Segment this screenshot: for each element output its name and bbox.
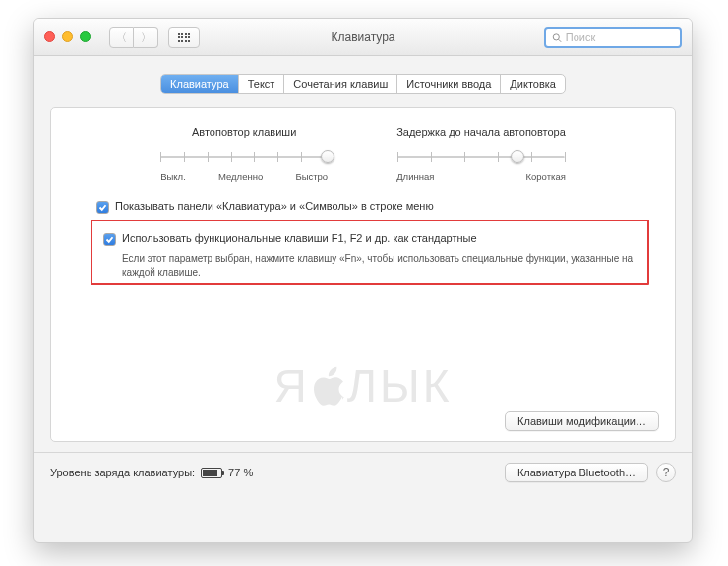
show-all-button[interactable]	[168, 27, 200, 48]
nav-buttons: 〈 〉	[109, 27, 158, 48]
delay-block: Задержка до начала автоповтора Длинная К…	[396, 126, 566, 182]
tab-dictation[interactable]: Диктовка	[501, 75, 565, 93]
modifier-keys-button[interactable]: Клавиши модификации…	[505, 411, 659, 431]
delay-title: Задержка до начала автоповтора	[396, 126, 566, 138]
fn-keys-label: Использовать функциональные клавиши F1, …	[122, 232, 477, 244]
delay-slider[interactable]	[397, 148, 565, 167]
battery-percent: 77 %	[228, 467, 253, 478]
tab-shortcuts[interactable]: Сочетания клавиш	[284, 75, 397, 93]
show-panels-checkbox-row: Показывать панели «Клавиатура» и «Символ…	[96, 200, 659, 214]
fn-keys-checkbox-row: Использовать функциональные клавиши F1, …	[103, 232, 642, 246]
fn-keys-checkbox[interactable]	[103, 233, 116, 246]
help-button[interactable]: ?	[656, 463, 676, 482]
footer: Уровень заряда клавиатуры: 77 % Клавиату…	[48, 453, 678, 482]
battery-label: Уровень заряда клавиатуры:	[50, 467, 195, 478]
checkmark-icon	[105, 235, 114, 244]
titlebar: 〈 〉 Клавиатура	[34, 19, 692, 56]
chevron-right-icon: 〉	[141, 31, 152, 45]
tab-text[interactable]: Текст	[239, 75, 285, 93]
highlight-annotation: Использовать функциональные клавиши F1, …	[91, 220, 649, 285]
back-button[interactable]: 〈	[109, 27, 134, 48]
grid-icon	[178, 33, 191, 42]
watermark: Я ЛЫК	[274, 359, 453, 412]
bluetooth-keyboard-button[interactable]: Клавиатура Bluetooth…	[505, 463, 648, 482]
apple-icon	[309, 362, 348, 409]
window-title: Клавиатура	[332, 31, 395, 44]
svg-point-0	[553, 33, 559, 39]
fn-keys-desc: Если этот параметр выбран, нажмите клави…	[122, 252, 642, 279]
chevron-left-icon: 〈	[116, 31, 127, 45]
sliders-row: Автоповтор клавиши Выкл. Медленно Быстро…	[67, 126, 659, 182]
show-panels-checkbox[interactable]	[96, 201, 109, 214]
tab-bar: Клавиатура Текст Сочетания клавиш Источн…	[160, 74, 566, 94]
tabs: Клавиатура Текст Сочетания клавиш Источн…	[48, 74, 678, 94]
close-button[interactable]	[44, 31, 55, 42]
key-repeat-labels: Выкл. Медленно Быстро	[160, 171, 328, 182]
forward-button[interactable]: 〉	[134, 27, 158, 48]
svg-line-1	[559, 39, 561, 41]
traffic-lights	[44, 31, 91, 42]
content-area: Клавиатура Текст Сочетания клавиш Источн…	[34, 56, 692, 542]
battery-status: Уровень заряда клавиатуры: 77 %	[50, 467, 253, 478]
battery-icon	[201, 468, 222, 478]
search-input[interactable]	[566, 31, 674, 43]
minimize-button[interactable]	[62, 31, 73, 42]
key-repeat-block: Автоповтор клавиши Выкл. Медленно Быстро	[160, 126, 328, 182]
tab-keyboard[interactable]: Клавиатура	[161, 75, 239, 93]
key-repeat-title: Автоповтор клавиши	[160, 126, 328, 138]
search-field[interactable]	[544, 27, 682, 48]
checkmark-icon	[98, 203, 107, 212]
key-repeat-slider[interactable]	[160, 148, 328, 167]
tab-input-sources[interactable]: Источники ввода	[397, 75, 501, 93]
preferences-window: 〈 〉 Клавиатура Клавиатура Текст Сочетани…	[33, 18, 693, 543]
settings-panel: Я ЛЫК Автоповтор клавиши Выкл. Медленно …	[50, 107, 676, 442]
delay-labels: Длинная Короткая	[396, 171, 566, 182]
maximize-button[interactable]	[80, 31, 91, 42]
search-icon	[552, 32, 562, 43]
show-panels-label: Показывать панели «Клавиатура» и «Символ…	[115, 200, 434, 212]
